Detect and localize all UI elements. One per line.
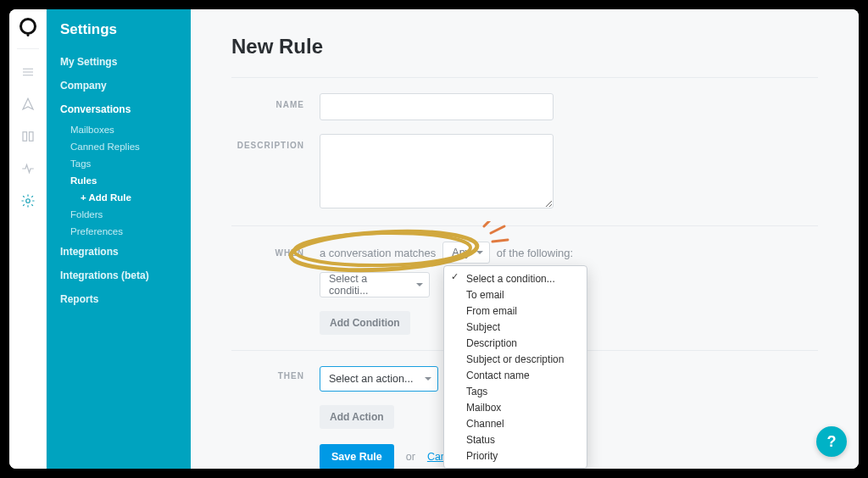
label-description: DESCRIPTION [231,134,320,150]
condition-select[interactable]: Select a conditi... [320,272,430,297]
sidebar-item-tags[interactable]: Tags [60,155,179,172]
action-select-value: Select an action... [329,373,413,385]
label-name: NAME [231,93,320,109]
sidebar-item-integrations[interactable]: Integrations [60,240,179,264]
pulse-icon[interactable] [19,159,37,178]
name-input[interactable] [320,93,554,120]
save-rule-button[interactable]: Save Rule [320,444,394,469]
when-match-value: Any [452,247,470,258]
condition-select-value: Select a conditi... [329,273,407,297]
divider [231,225,818,226]
condition-option[interactable]: Mailbox [444,399,587,415]
svg-point-5 [25,199,30,203]
svg-rect-4 [29,132,33,142]
when-posttext: of the following: [497,247,573,259]
chevron-down-icon [476,251,483,254]
sidebar-item-add-rule[interactable]: + Add Rule [60,189,179,206]
action-select[interactable]: Select an action... [320,366,438,392]
sidebar-item-conversations[interactable]: Conversations [60,97,179,121]
when-pretext: a conversation matches [320,247,436,259]
nav-rail [9,9,47,469]
condition-option[interactable]: Select a condition... [444,270,587,286]
app-frame: Settings My Settings Company Conversatio… [9,9,859,469]
condition-option[interactable]: From email [444,303,587,319]
app-logo[interactable] [19,18,36,35]
columns-icon[interactable] [19,127,37,146]
condition-option[interactable]: Subject [444,319,587,335]
description-textarea[interactable] [320,134,554,208]
chevron-down-icon [416,283,423,286]
sidebar-item-integrations-beta[interactable]: Integrations (beta) [60,264,179,287]
condition-option[interactable]: Description [444,335,587,351]
condition-menu: Select a condition... To email From emai… [443,265,587,469]
hamburger-icon[interactable] [19,63,37,81]
gear-icon[interactable] [19,192,37,210]
when-match-dropdown[interactable]: Any [442,242,490,264]
page-title: New Rule [231,35,818,58]
chevron-down-icon [425,377,431,381]
sidebar-item-rules[interactable]: Rules [60,172,179,189]
sidebar-item-canned-replies[interactable]: Canned Replies [60,138,179,155]
sidebar-item-mailboxes[interactable]: Mailboxes [60,121,179,138]
add-condition-button[interactable]: Add Condition [320,311,410,335]
settings-sidebar: Settings My Settings Company Conversatio… [47,9,191,469]
or-text: or [406,451,415,463]
condition-option[interactable]: Status [444,431,587,447]
sidebar-item-folders[interactable]: Folders [60,206,179,223]
condition-option[interactable]: Tags [444,383,587,399]
condition-option[interactable]: Priority [444,447,587,464]
sidebar-item-company[interactable]: Company [60,74,179,97]
sidebar-item-preferences[interactable]: Preferences [60,223,179,240]
svg-rect-3 [23,132,27,142]
divider [231,77,818,78]
condition-option[interactable]: Subject or description [444,351,587,367]
sidebar-item-reports[interactable]: Reports [60,287,179,311]
help-button[interactable]: ? [816,426,847,457]
label-then: THEN [231,366,320,381]
condition-option[interactable]: Channel [444,415,587,431]
condition-option[interactable]: To email [444,286,587,303]
sidebar-title: Settings [60,21,179,38]
label-when: WHEN [231,248,320,258]
sidebar-item-my-settings[interactable]: My Settings [60,50,179,74]
condition-option[interactable]: Contact name [444,367,587,383]
when-line: a conversation matches Any of the follow… [320,242,573,264]
compass-icon[interactable] [19,95,37,114]
add-action-button[interactable]: Add Action [320,405,394,429]
